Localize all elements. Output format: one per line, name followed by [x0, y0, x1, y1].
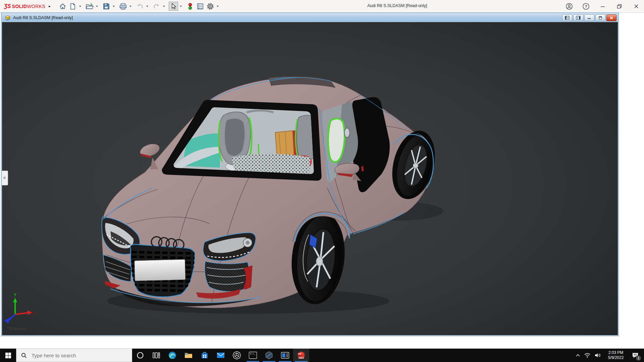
undo-button[interactable]	[135, 2, 145, 11]
undo-dropdown[interactable]	[145, 2, 149, 11]
store-icon	[201, 351, 209, 360]
cortana-icon	[136, 351, 144, 359]
home-button[interactable]	[58, 2, 67, 11]
close-app-button[interactable]	[632, 2, 641, 11]
print-dropdown[interactable]	[128, 2, 132, 11]
collapsed-tab-grip	[3, 177, 6, 179]
system-tray: 2:03 PM 5/9/2022 1	[574, 349, 644, 362]
right-lower-intake	[205, 261, 252, 292]
chevron-up-icon	[576, 354, 580, 357]
taskbar-file-explorer-button[interactable]	[180, 349, 197, 362]
open-dropdown[interactable]	[95, 2, 99, 11]
pane-left-icon	[565, 16, 570, 20]
collapse-right-pane-button[interactable]	[573, 14, 583, 21]
minimize-icon	[600, 4, 605, 9]
search-input[interactable]	[31, 352, 123, 359]
options-list-button[interactable]	[196, 2, 205, 11]
solidworks-logo-solid: SOLID	[12, 4, 27, 9]
traffic-light-icon	[187, 2, 193, 10]
taskbar-media-player-button[interactable]	[277, 349, 293, 362]
rebuild-button[interactable]	[185, 2, 195, 11]
model-viewport[interactable]: Y X *Dimetric	[2, 22, 618, 335]
print-button[interactable]	[118, 2, 128, 11]
view-orientation-label: *Dimetric	[7, 326, 26, 331]
command-prompt-icon: C:\_	[249, 351, 257, 359]
tray-network-button[interactable]	[582, 349, 592, 362]
minimize-doc-icon	[587, 16, 591, 19]
open-button[interactable]	[85, 2, 94, 11]
media-player-icon	[281, 352, 289, 359]
speaker-icon	[594, 353, 601, 358]
redo-button[interactable]	[152, 2, 161, 11]
assembly-document-icon	[5, 15, 11, 21]
window-controls: ?	[565, 0, 641, 12]
home-icon	[59, 3, 66, 10]
taskbar-edrawings-button[interactable]	[261, 349, 277, 362]
tray-time: 2:03 PM	[603, 350, 629, 355]
model-canvas[interactable]: Y X	[2, 22, 618, 335]
tray-volume-button[interactable]	[592, 349, 603, 362]
taskbar-3d-viewer-button[interactable]	[229, 349, 245, 362]
task-view-button[interactable]	[148, 349, 164, 362]
taskbar-edge-button[interactable]	[164, 349, 180, 362]
select-tool-button[interactable]	[169, 2, 178, 11]
triad-y-label: Y	[14, 293, 16, 297]
save-dropdown[interactable]	[112, 2, 116, 11]
toolbar-flyout-arrow[interactable]: ▸	[49, 4, 51, 8]
pane-right-icon	[576, 16, 581, 20]
windows-logo-icon	[5, 353, 11, 358]
restore-document-button[interactable]	[595, 14, 605, 21]
save-button[interactable]	[102, 2, 111, 11]
new-document-button[interactable]	[68, 2, 77, 11]
taskbar-search[interactable]	[16, 349, 132, 362]
edrawings-hexagon-icon	[265, 351, 273, 360]
new-document-dropdown[interactable]	[78, 2, 82, 11]
tray-date: 5/9/2022	[603, 355, 629, 360]
account-icon	[566, 3, 573, 10]
document-titlebar[interactable]: Audi R8 S.SLDASM [Read-only]	[2, 13, 618, 22]
collapse-left-pane-button[interactable]	[562, 14, 572, 21]
app-titlebar: ƷS SOLID WORKS ▸	[0, 0, 644, 13]
help-button[interactable]: ?	[582, 2, 590, 11]
feature-tree-collapsed-tab[interactable]	[2, 171, 8, 185]
taskbar-mail-button[interactable]	[213, 349, 229, 362]
file-explorer-icon	[184, 351, 193, 360]
select-tool-dropdown[interactable]	[179, 2, 183, 11]
tray-overflow-chevron[interactable]	[574, 349, 582, 362]
solidworks-logo-mark: ƷS	[4, 3, 11, 9]
solidworks-2021-icon: SW 2021	[297, 351, 306, 360]
help-icon: ?	[582, 3, 590, 10]
cmd-prompt-glyph: C:\_	[250, 353, 256, 355]
account-button[interactable]	[565, 2, 574, 11]
screen: ƷS SOLID WORKS ▸	[0, 0, 644, 362]
license-plate	[135, 259, 185, 281]
minimize-button[interactable]	[598, 2, 607, 11]
restore-button[interactable]	[615, 2, 624, 11]
notification-badge: 1	[636, 355, 641, 361]
taskbar-solidworks-button[interactable]: SW 2021	[293, 349, 309, 362]
new-document-icon	[69, 3, 76, 10]
cortana-button[interactable]	[132, 349, 148, 362]
document-window-buttons	[562, 14, 616, 21]
3d-viewer-icon	[232, 351, 241, 360]
close-document-button[interactable]	[606, 14, 616, 21]
settings-button[interactable]	[206, 2, 215, 11]
restore-icon	[616, 4, 623, 9]
tray-clock[interactable]: 2:03 PM 5/9/2022	[603, 350, 629, 360]
action-center-button[interactable]: 1	[629, 349, 642, 362]
properties-list-icon	[197, 3, 204, 10]
settings-dropdown[interactable]	[216, 2, 220, 11]
document-title: Audi R8 S.SLDASM [Read-only]	[13, 15, 73, 20]
start-button[interactable]	[0, 349, 16, 362]
taskbar-store-button[interactable]	[197, 349, 213, 362]
front-grille	[130, 244, 195, 297]
solidworks-logo-works: WORKS	[27, 4, 45, 9]
minimize-document-button[interactable]	[584, 14, 594, 21]
triad-x-label: X	[34, 311, 37, 315]
restore-doc-icon	[598, 16, 602, 20]
quick-access-toolbar	[58, 2, 222, 11]
redo-dropdown[interactable]	[162, 2, 166, 11]
gear-icon	[206, 2, 214, 10]
taskbar-command-prompt-button[interactable]: C:\_	[245, 349, 261, 362]
status-strip	[0, 336, 644, 349]
